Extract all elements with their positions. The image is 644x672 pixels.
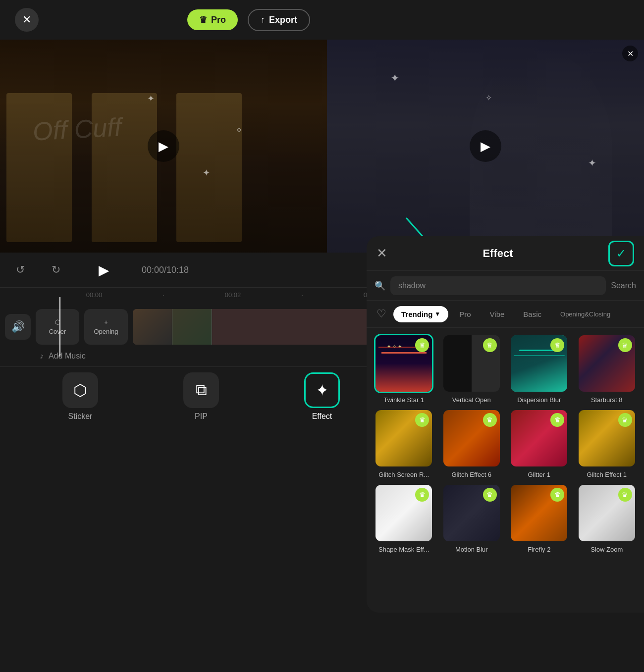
redo-button[interactable]: ↻ — [46, 259, 66, 280]
effect-name-vertical-open: Vertical Open — [442, 396, 501, 404]
tab-pro[interactable]: Pro — [451, 306, 479, 322]
undo-button[interactable]: ↺ — [10, 259, 31, 280]
effect-name-glitter-1: Glitter 1 — [509, 471, 569, 478]
search-button[interactable]: Search — [611, 281, 636, 290]
clip-thumb-2 — [172, 309, 212, 345]
effect-name-dispersion-blur: Dispersion Blur — [509, 396, 569, 404]
search-input[interactable] — [390, 276, 606, 295]
effect-item-twinkle-star-1[interactable]: ✦ ✧ ✦ ♛Twinkle Star 1 — [373, 334, 435, 404]
effect-item-motion-blur[interactable]: ♛Motion Blur — [440, 483, 503, 553]
effect-panel: ✕ Effect ✓ 🔍 Search ♡ Trending ▼ Pro Vib… — [367, 236, 644, 613]
effect-thumb-vertical-open: ♛ — [442, 334, 501, 393]
sparkle-2: ✦ — [203, 167, 210, 178]
tab-opening-closing[interactable]: Opening&Closing — [552, 307, 618, 322]
effect-name-shape-mask-eff: Shape Mask Eff... — [374, 546, 433, 553]
play-button[interactable]: ▶ — [91, 257, 117, 283]
effect-thumb-firefly-2: ♛ — [509, 483, 569, 543]
effect-thumb-motion-blur: ♛ — [442, 483, 501, 543]
effect-item-firefly-2[interactable]: ♛Firefly 2 — [508, 483, 571, 553]
sparkle-6: ✦ — [588, 157, 596, 169]
video-preview-area: Off Cuff ✦ ✦ ✧ ▶ ✦ ✧ ✦ ✕ ▶ — [0, 40, 644, 253]
favorites-icon[interactable]: ♡ — [373, 308, 390, 320]
cover-button[interactable]: ⬡ Cover — [36, 309, 79, 345]
panel-title: Effect — [387, 247, 608, 260]
effect-name-glitch-effect-1: Glitch Effect 1 — [577, 471, 637, 478]
pip-label: PIP — [195, 412, 208, 421]
effect-thumb-glitch-screen-r: ♛ — [374, 409, 433, 468]
basic-tab-label: Basic — [523, 310, 541, 318]
effect-item-vertical-open[interactable]: ♛Vertical Open — [440, 334, 503, 404]
pro-crown-motion-blur: ♛ — [483, 488, 497, 502]
sticker-icon-container: ⬡ — [62, 372, 98, 408]
crown-icon: ♛ — [199, 14, 207, 25]
video-play-button-left[interactable]: ▶ — [148, 130, 179, 162]
close-icon: ✕ — [22, 13, 31, 26]
video-play-button-right[interactable]: ▶ — [470, 130, 501, 162]
effect-item-dispersion-blur[interactable]: ♛Dispersion Blur — [508, 334, 571, 404]
add-music-label[interactable]: Add Music — [49, 352, 86, 361]
ruler-mark-3: · — [268, 291, 337, 299]
panel-close-button[interactable]: ✕ — [376, 246, 387, 261]
playhead — [59, 297, 60, 357]
effect-thumb-glitter-1: ♛ — [509, 409, 569, 468]
tab-trending[interactable]: Trending ▼ — [393, 306, 448, 322]
sparkle-3: ✧ — [235, 125, 243, 136]
video-left-panel: Off Cuff ✦ ✦ ✧ ▶ — [0, 40, 327, 253]
effect-thumb-glitch-effect-6: ♛ — [442, 409, 501, 468]
effect-item-glitter-1[interactable]: ♛Glitter 1 — [508, 409, 571, 478]
confirm-icon: ✓ — [616, 247, 626, 260]
panel-confirm-button[interactable]: ✓ — [608, 241, 634, 266]
effect-item-glitch-screen-r[interactable]: ♛Glitch Screen R... — [373, 409, 435, 478]
effect-item-slow-zoom[interactable]: ♛Slow Zoom — [576, 483, 639, 553]
effect-label: Effect — [312, 412, 332, 421]
sparkle-4: ✦ — [390, 72, 399, 85]
pro-crown-slow-zoom: ♛ — [618, 488, 632, 502]
export-icon: ↑ — [261, 15, 265, 25]
play-icon: ▶ — [99, 262, 109, 278]
pip-tool[interactable]: ⧉ PIP — [183, 372, 219, 421]
music-note-icon: ♪ — [40, 352, 44, 361]
effect-tool[interactable]: ✦ Effect — [304, 372, 340, 421]
effect-thumb-glitch-effect-1: ♛ — [577, 409, 637, 468]
tab-basic[interactable]: Basic — [515, 306, 549, 322]
redo-icon: ↻ — [52, 263, 60, 276]
pro-tab-label: Pro — [459, 310, 471, 318]
close-button[interactable]: ✕ — [15, 8, 39, 32]
pro-crown-vertical-open: ♛ — [483, 338, 497, 352]
search-bar: 🔍 Search — [367, 271, 644, 301]
effect-thumb-slow-zoom: ♛ — [577, 483, 637, 543]
pip-icon-container: ⧉ — [183, 372, 219, 408]
effect-item-glitch-effect-1[interactable]: ♛Glitch Effect 1 — [576, 409, 639, 478]
effect-item-shape-mask-eff[interactable]: ♛Shape Mask Eff... — [373, 483, 435, 553]
pro-button[interactable]: ♛ Pro — [187, 9, 238, 30]
ruler-mark-1: · — [129, 291, 198, 299]
effect-name-twinkle-star-1: Twinkle Star 1 — [374, 396, 433, 404]
sparkle-1: ✦ — [147, 93, 155, 104]
effect-name-motion-blur: Motion Blur — [442, 546, 501, 553]
opening-button[interactable]: + Opening — [84, 309, 128, 345]
export-label: Export — [269, 15, 297, 25]
audio-button[interactable]: 🔊 — [5, 314, 31, 340]
sticker-icon: ⬡ — [73, 381, 87, 400]
tab-vibe[interactable]: Vibe — [482, 306, 513, 322]
undo-icon: ↺ — [16, 263, 25, 276]
opening-closing-label: Opening&Closing — [560, 310, 610, 318]
sticker-label: Sticker — [68, 412, 93, 421]
close-right-video-button[interactable]: ✕ — [622, 46, 638, 61]
effect-thumb-starburst-8: ♛ — [577, 334, 637, 393]
effect-item-glitch-effect-6[interactable]: ♛Glitch Effect 6 — [440, 409, 503, 478]
effect-icon-container: ✦ — [304, 372, 340, 408]
top-bar: ✕ ♛ Pro ↑ Export — [0, 0, 644, 40]
export-button[interactable]: ↑ Export — [248, 9, 310, 31]
effect-name-glitch-effect-6: Glitch Effect 6 — [442, 471, 501, 478]
pro-crown-starburst-8: ♛ — [618, 338, 632, 352]
effect-name-glitch-screen-r: Glitch Screen R... — [374, 471, 433, 478]
pro-crown-glitch-effect-1: ♛ — [618, 413, 632, 427]
effect-thumb-twinkle-star-1: ✦ ✧ ✦ ♛ — [374, 334, 433, 393]
trending-label: Trending — [401, 310, 432, 318]
effects-grid: ✦ ✧ ✦ ♛Twinkle Star 1 ♛Vertical Open ♛Di… — [367, 328, 644, 613]
effect-icon: ✦ — [316, 381, 329, 400]
effect-thumb-shape-mask-eff: ♛ — [374, 483, 433, 543]
effect-item-starburst-8[interactable]: ♛Starburst 8 — [576, 334, 639, 404]
sticker-tool[interactable]: ⬡ Sticker — [62, 372, 98, 421]
